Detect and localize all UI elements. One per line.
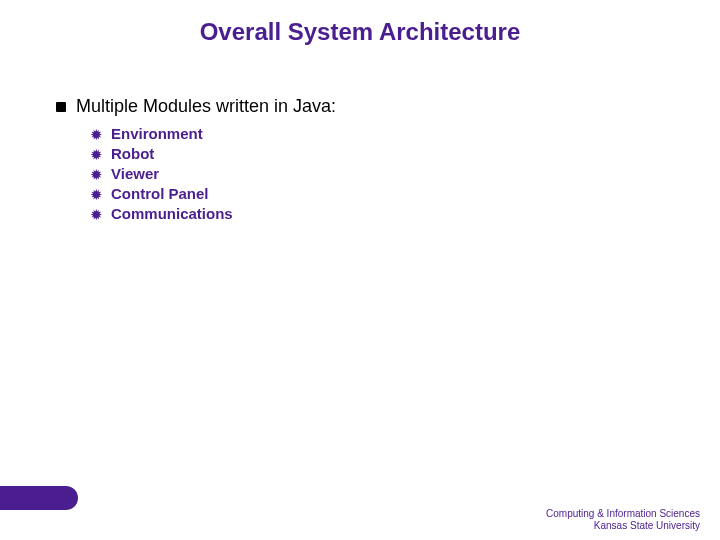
list-item-text: Environment: [111, 125, 203, 142]
list-item-level1: Multiple Modules written in Java:: [56, 96, 656, 117]
square-bullet-icon: [56, 102, 66, 112]
footer-accent-bar: [0, 486, 78, 510]
footer-line-2: Kansas State University: [546, 520, 700, 532]
list-item-level2: ✹ Robot: [90, 145, 656, 162]
star-bullet-icon: ✹: [90, 207, 103, 222]
slide-body: Multiple Modules written in Java: ✹ Envi…: [56, 96, 656, 225]
list-item-text: Control Panel: [111, 185, 209, 202]
slide-title: Overall System Architecture: [0, 18, 720, 46]
star-bullet-icon: ✹: [90, 127, 103, 142]
list-item-text: Communications: [111, 205, 233, 222]
star-bullet-icon: ✹: [90, 187, 103, 202]
footer: Computing & Information Sciences Kansas …: [546, 508, 700, 532]
list-item-level2: ✹ Environment: [90, 125, 656, 142]
list-item-text: Multiple Modules written in Java:: [76, 96, 336, 117]
star-bullet-icon: ✹: [90, 167, 103, 182]
list-item-text: Viewer: [111, 165, 159, 182]
footer-line-1: Computing & Information Sciences: [546, 508, 700, 520]
sublist: ✹ Environment ✹ Robot ✹ Viewer ✹ Control…: [90, 125, 656, 222]
list-item-level2: ✹ Control Panel: [90, 185, 656, 202]
list-item-text: Robot: [111, 145, 154, 162]
list-item-level2: ✹ Viewer: [90, 165, 656, 182]
slide: Overall System Architecture Multiple Mod…: [0, 0, 720, 540]
list-item-level2: ✹ Communications: [90, 205, 656, 222]
star-bullet-icon: ✹: [90, 147, 103, 162]
